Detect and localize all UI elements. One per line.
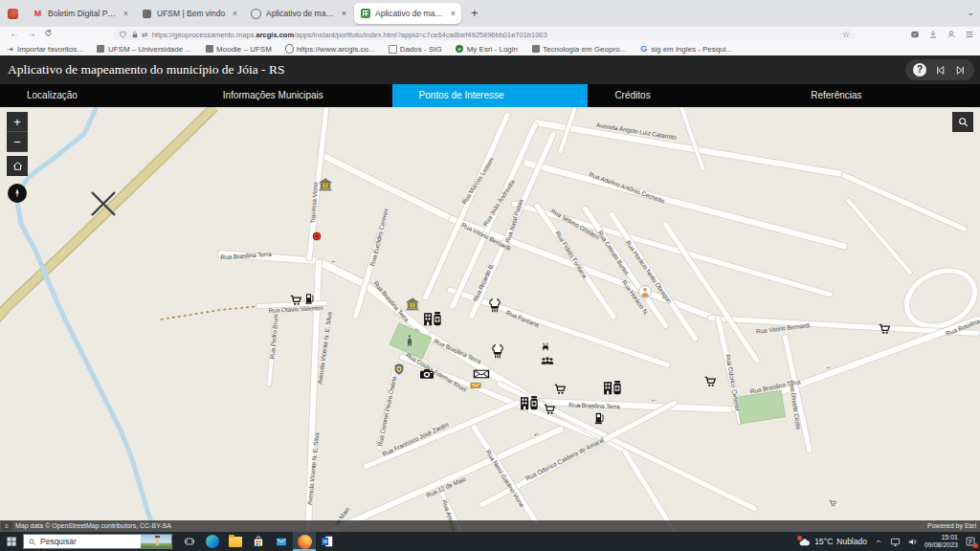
- tab-localizacao[interactable]: Localização: [0, 84, 196, 107]
- app-icon: [360, 9, 370, 19]
- bookmark-item-6[interactable]: eMy Esri - Login: [456, 45, 518, 54]
- previous-section-icon[interactable]: [934, 64, 947, 77]
- tray-chevron-icon[interactable]: [874, 537, 883, 546]
- next-section-icon[interactable]: [954, 64, 967, 77]
- tab-informacoes-municipais[interactable]: Informações Municipais: [196, 84, 392, 107]
- compass-needle-icon: [11, 187, 23, 199]
- address-bar[interactable]: ⇄ https://geoprocessamento.maps.arcgis.c…: [113, 29, 856, 40]
- cart-icon[interactable]: [543, 403, 556, 416]
- map-search-button[interactable]: [952, 112, 973, 132]
- tab-creditos[interactable]: Créditos: [588, 84, 784, 107]
- bookmark-item-3[interactable]: Moodle – UFSM: [205, 45, 272, 54]
- fuel-icon[interactable]: [304, 293, 316, 305]
- bank-icon[interactable]: [318, 177, 333, 192]
- browser-tab-1[interactable]: MBoletim Digital Politécnico - fr×: [27, 3, 134, 24]
- crest-icon[interactable]: [393, 364, 405, 376]
- map-attribution: Map data © OpenStreetMap contributors, C…: [0, 520, 980, 532]
- ufsm-icon: [531, 45, 540, 54]
- bookmark-label: sig em ingles - Pesqui...: [651, 45, 732, 54]
- firefox-icon[interactable]: [293, 532, 316, 551]
- edge-icon[interactable]: [201, 532, 224, 551]
- tab-pontos-de-interesse[interactable]: Pontos de Interesse: [392, 84, 589, 107]
- tab-title: Aplicativo de mapeamento do: [375, 9, 447, 18]
- pharmacy-icon[interactable]: [423, 311, 444, 326]
- downloads-icon[interactable]: [928, 30, 938, 39]
- action-center-button[interactable]: [965, 536, 976, 547]
- cart-icon[interactable]: [289, 294, 302, 307]
- tracking-toggle-icon[interactable]: ⇄: [142, 31, 148, 39]
- speaker-icon[interactable]: [907, 537, 918, 547]
- explorer-icon[interactable]: [224, 532, 247, 551]
- tab-title: Boletim Digital Politécnico - fr: [48, 9, 120, 18]
- restaurant-icon[interactable]: [490, 344, 505, 360]
- tab-title: Aplicativo de mapeamento do: [266, 9, 338, 18]
- word-icon[interactable]: W: [316, 532, 339, 551]
- deer-icon[interactable]: [541, 342, 551, 352]
- start-button[interactable]: [0, 536, 23, 547]
- pharmacy-icon[interactable]: [520, 395, 541, 410]
- cart-icon[interactable]: [703, 375, 717, 388]
- home-button[interactable]: [7, 156, 28, 176]
- cloud-icon: [798, 537, 811, 547]
- tab-referencias[interactable]: Referências: [784, 84, 980, 107]
- bank-icon[interactable]: [405, 297, 420, 312]
- bookmark-label: Moodle – UFSM: [216, 45, 272, 54]
- cart-gray-icon[interactable]: [829, 499, 837, 508]
- bookmark-item-4[interactable]: https://www.arcgis.co...: [285, 45, 375, 54]
- restaurant-icon[interactable]: [487, 298, 502, 314]
- new-tab-button[interactable]: +: [471, 6, 479, 20]
- close-icon[interactable]: ×: [342, 9, 346, 18]
- bing-daily-image[interactable]: [141, 535, 171, 548]
- marker-icon[interactable]: [312, 231, 322, 241]
- fuel-icon[interactable]: [594, 411, 607, 425]
- mail-app-icon[interactable]: [270, 532, 293, 551]
- browser-tab-3[interactable]: Aplicativo de mapeamento do×: [245, 3, 352, 24]
- compass-button[interactable]: [8, 184, 27, 203]
- close-icon[interactable]: ×: [451, 9, 456, 18]
- browser-tab-4[interactable]: Aplicativo de mapeamento do×: [354, 3, 461, 24]
- people-icon[interactable]: [540, 356, 555, 368]
- weather-widget[interactable]: 15°C Nublado: [798, 537, 867, 547]
- oneway-arrow: ←: [330, 256, 338, 265]
- bookmark-item-2[interactable]: UFSM – Universidade ...: [97, 45, 191, 54]
- mail-small-icon[interactable]: [470, 382, 481, 390]
- forward-button[interactable]: →: [27, 28, 36, 38]
- account-icon[interactable]: [947, 30, 956, 39]
- back-button[interactable]: ←: [10, 28, 19, 38]
- store-icon[interactable]: [247, 532, 270, 551]
- cart-icon[interactable]: [553, 383, 567, 396]
- menu-icon[interactable]: [965, 30, 974, 39]
- close-icon[interactable]: ×: [123, 9, 128, 18]
- bookmark-item-5[interactable]: Dados - SIG: [389, 45, 442, 54]
- taskbar-search-box[interactable]: Pesquisar: [23, 534, 172, 549]
- network-icon[interactable]: [890, 537, 901, 547]
- zoom-out-button[interactable]: −: [7, 132, 28, 152]
- folder-icon: [389, 45, 397, 54]
- cart-icon[interactable]: [878, 322, 891, 336]
- firefox-view-icon[interactable]: [8, 9, 18, 19]
- bookmark-item-8[interactable]: Gsig em ingles - Pesqui...: [639, 45, 732, 54]
- pharmacy-icon[interactable]: [603, 380, 624, 395]
- tab-list-chevron-icon[interactable]: ⌄: [967, 8, 974, 17]
- attribution-info-button[interactable]: ≡: [1, 521, 12, 531]
- bookmark-item-7[interactable]: Tecnologia em Geopro...: [531, 45, 626, 54]
- reload-icon[interactable]: [44, 29, 53, 39]
- map-canvas[interactable]: Avenida Ângelo Luiz CatarottoRua Adelino…: [0, 107, 980, 532]
- task-view-icon[interactable]: [178, 532, 201, 551]
- bookmark-item-1[interactable]: ⇥Importar favoritos...: [6, 45, 83, 54]
- oneway-arrow: ←: [650, 395, 657, 404]
- browser-tab-2[interactable]: UFSM | Bem vindo×: [136, 3, 243, 24]
- clock-widget[interactable]: 15:01 09/08/2023: [924, 534, 958, 549]
- help-button[interactable]: ?: [913, 63, 926, 77]
- close-icon[interactable]: ×: [233, 9, 237, 18]
- bookmark-star-icon[interactable]: ☆: [842, 30, 850, 39]
- church-icon[interactable]: [405, 334, 415, 347]
- mail-icon[interactable]: [473, 367, 490, 381]
- zoom-in-button[interactable]: +: [7, 112, 28, 132]
- ufsm-icon: [205, 45, 213, 54]
- browser-toolbar: ← → ⇄ https://geoprocessamento.maps.arcg…: [0, 27, 980, 43]
- attribution-text: Map data © OpenStreetMap contributors, C…: [15, 520, 171, 532]
- statue-icon[interactable]: [638, 285, 653, 299]
- pocket-icon[interactable]: [910, 30, 920, 39]
- camera-icon[interactable]: [419, 367, 434, 381]
